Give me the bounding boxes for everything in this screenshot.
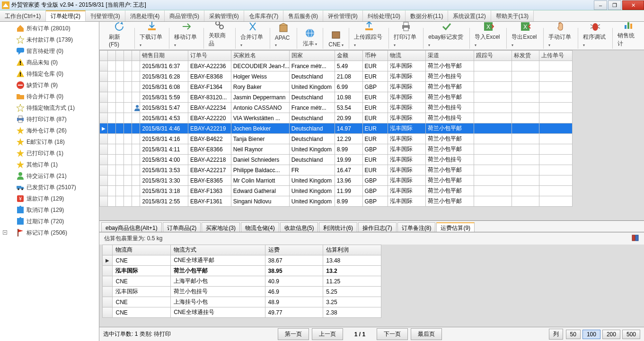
book-icon[interactable] — [632, 235, 639, 241]
table-row[interactable]: 2015/8/31 3:18EBAY-F1363Edward GatheralU… — [100, 186, 573, 196]
grid-header[interactable]: 标发货 — [512, 51, 539, 61]
main-tab-0[interactable]: 工作台(Ctrl+1) — [0, 10, 46, 21]
sidebar-item-14[interactable]: 已发货订单 (25107) — [0, 182, 99, 193]
detail-tab-8[interactable]: 运费估算(9) — [436, 222, 475, 232]
detail-tab-4[interactable]: 收款信息(5) — [280, 222, 318, 232]
ship-row[interactable]: CNE上海平邮小包40.911.25 — [103, 276, 381, 287]
main-tab-11[interactable]: 系统设置(12) — [448, 10, 491, 21]
table-row[interactable]: 2015/8/31 5:47EBAY-A22234Antonio CASSANO… — [100, 103, 573, 113]
sidebar-item-15[interactable]: ¥退款订单 (129) — [0, 193, 99, 204]
toolbar-excel-out[interactable]: X导出Excel — [508, 22, 542, 49]
grid-header[interactable]: 币种 — [362, 51, 388, 61]
grid-header[interactable]: 销售日期 — [140, 51, 188, 61]
page-size-500[interactable]: 500 — [622, 330, 640, 339]
sidebar-item-7[interactable]: 待指定物流方式 (1) — [0, 102, 99, 114]
toolbar-merge[interactable]: 合并订单 — [237, 22, 269, 49]
grid-header[interactable]: 跟踪号 — [474, 51, 512, 61]
toolbar-box[interactable]: APAC — [271, 22, 296, 49]
sidebar-item-4[interactable]: 待指定仓库 (0) — [0, 68, 99, 79]
main-tab-8[interactable]: 评价管理(9) — [323, 10, 363, 21]
ship-header[interactable]: 估算利润 — [323, 245, 381, 255]
page-size-200[interactable]: 200 — [602, 330, 620, 339]
ship-row[interactable]: ▶CNECNE全球通平邮38.6713.48 — [103, 255, 381, 266]
sidebar-item-17[interactable]: 过期订单 (720) — [0, 216, 99, 227]
detail-tab-6[interactable]: 操作日志(7) — [358, 222, 397, 232]
detail-tab-1[interactable]: 订单商品(2) — [163, 222, 201, 232]
sidebar-item-11[interactable]: 已打印订单 (1) — [0, 148, 99, 159]
detail-tab-2[interactable]: 买家地址(3) — [202, 222, 240, 232]
toolbar-print[interactable]: 打印订单 — [390, 22, 422, 49]
sidebar-item-8[interactable]: 待打印订单 (87) — [0, 114, 99, 125]
grid-header[interactable]: 订单号 — [188, 51, 231, 61]
close-button[interactable]: ✕ — [622, 0, 644, 10]
sidebar-item-9[interactable]: 海外仓订单 (26) — [0, 125, 99, 136]
order-grid[interactable]: 销售日期订单号买家姓名国家金额币种物流渠道跟踪号标发货上传单号 2015/8/3… — [99, 50, 573, 207]
main-tab-10[interactable]: 数据分析(11) — [406, 10, 448, 21]
sidebar-item-12[interactable]: 其他订单 (1) — [0, 159, 99, 170]
main-tab-7[interactable]: 售后服务(8) — [283, 10, 323, 21]
ship-header[interactable]: 物流方式 — [171, 245, 265, 255]
sidebar-item-0[interactable]: 所有订单 (28010) — [0, 23, 99, 34]
toolbar-upload[interactable]: 上传跟踪号 — [350, 22, 388, 49]
next-page-button[interactable]: 下一页 — [377, 328, 408, 340]
table-row[interactable]: 2015/8/31 6:28EBAY-E8368Holger WeissDeut… — [100, 71, 573, 82]
sidebar-item-10[interactable]: E邮宝订单 (18) — [0, 136, 99, 148]
sidebar-item-1[interactable]: 未付款订单 (1739) — [0, 34, 99, 45]
page-size-50[interactable]: 50 — [566, 330, 581, 339]
toolbar-move[interactable]: 移动订单 — [170, 22, 203, 49]
toolbar-refresh[interactable]: 刷新(F5) — [105, 22, 133, 49]
grid-header[interactable]: 上传单号 — [539, 51, 573, 61]
main-tab-1[interactable]: 订单处理(2) — [46, 10, 86, 21]
shipping-cost-grid[interactable]: 物流商物流方式运费估算利润▶CNECNE全球通平邮38.6713.48泓丰国际荷… — [102, 245, 381, 318]
table-row[interactable]: 2015/8/31 6:08EBAY-F1364Rory BakerUnited… — [100, 82, 573, 92]
sidebar-item-18[interactable]: +标记订单 (2506) — [0, 227, 99, 238]
ship-row[interactable]: 泓丰国际荷兰小包挂号46.95.25 — [103, 287, 381, 297]
expand-icon[interactable]: + — [3, 230, 7, 235]
first-page-button[interactable]: 第一页 — [278, 328, 309, 340]
table-row[interactable]: 2015/8/31 3:30EBAY-E8365Mr Colin Marriot… — [100, 175, 573, 186]
detail-tab-0[interactable]: ebay商品信息(Alt+1) — [101, 222, 162, 232]
ship-header[interactable]: 运费 — [265, 245, 323, 255]
toolbar-check[interactable]: ebay标记发货 — [424, 22, 468, 49]
toolbar-bug[interactable]: 程序调试 — [579, 22, 611, 49]
ship-row[interactable]: 泓丰国际荷兰小包平邮38.9513.2 — [103, 266, 381, 276]
table-row[interactable]: ▶ 2015/8/31 4:46EBAY-A22219Jochen Bekker… — [100, 123, 573, 134]
sidebar-item-5[interactable]: 缺货订单 (9) — [0, 79, 99, 91]
table-row[interactable]: 2015/8/31 4:16EBAY-B4622Tanja BienerDeut… — [100, 134, 573, 144]
table-row[interactable]: 2015/8/31 4:11EBAY-E8366Neil RaynorUnite… — [100, 144, 573, 155]
sidebar-item-13[interactable]: 待交运订单 (21) — [0, 170, 99, 182]
page-size-100[interactable]: 100 — [582, 330, 600, 339]
grid-header[interactable]: 金额 — [335, 51, 362, 61]
main-tab-4[interactable]: 商品管理(5) — [165, 10, 204, 21]
sidebar-item-2[interactable]: 留言待处理 (0) — [0, 45, 99, 57]
grid-header[interactable]: 物流 — [388, 51, 425, 61]
sidebar-item-3[interactable]: 商品未知 (0) — [0, 57, 99, 68]
main-tab-6[interactable]: 仓库库存(7) — [244, 10, 284, 21]
main-tab-3[interactable]: 消息处理(4) — [125, 10, 165, 21]
maximize-button[interactable]: ❐ — [608, 0, 621, 10]
main-tab-9[interactable]: 纠纷处理(10) — [363, 10, 406, 21]
toolbar-excel-in[interactable]: X导入Excel — [471, 22, 505, 49]
main-tab-5[interactable]: 采购管理(6) — [204, 10, 244, 21]
sidebar-item-6[interactable]: 待合并订单 (0) — [0, 91, 99, 102]
ship-row[interactable]: CNE上海挂号小包48.93.25 — [103, 297, 381, 307]
grid-header[interactable]: 买家姓名 — [231, 51, 289, 61]
minimize-button[interactable]: – — [594, 0, 607, 10]
toolbar-globe[interactable]: 泓丰 — [298, 26, 322, 49]
table-row[interactable]: 2015/8/31 6:37EBAY-A22236DECOUDIER Jean-… — [100, 61, 573, 71]
toolbar-chart[interactable]: 销售统计 — [614, 22, 643, 49]
columns-button[interactable]: 列 — [549, 329, 563, 340]
sidebar-item-16[interactable]: 取消订单 (129) — [0, 204, 99, 216]
detail-tab-7[interactable]: 订单备注(8) — [397, 222, 436, 232]
prev-page-button[interactable]: 上一页 — [312, 328, 343, 340]
toolbar-link[interactable]: 关联商品 — [205, 22, 234, 49]
grid-header[interactable]: 渠道 — [426, 51, 474, 61]
detail-tab-3[interactable]: 物流仓储(4) — [241, 222, 279, 232]
ship-header[interactable]: 物流商 — [113, 245, 171, 255]
table-row[interactable]: 2015/8/31 2:55EBAY-F1361Singani NdlovuUn… — [100, 196, 573, 207]
table-row[interactable]: 2015/8/31 5:59EBAY-83120...Jasmin Depper… — [100, 92, 573, 103]
table-row[interactable]: 2015/8/31 4:00EBAY-A22218Daniel Schniede… — [100, 155, 573, 165]
grid-header[interactable]: 国家 — [289, 51, 335, 61]
ship-row[interactable]: CNECNE全球通挂号49.772.38 — [103, 307, 381, 318]
main-tab-12[interactable]: 帮助关于(13) — [491, 10, 534, 21]
